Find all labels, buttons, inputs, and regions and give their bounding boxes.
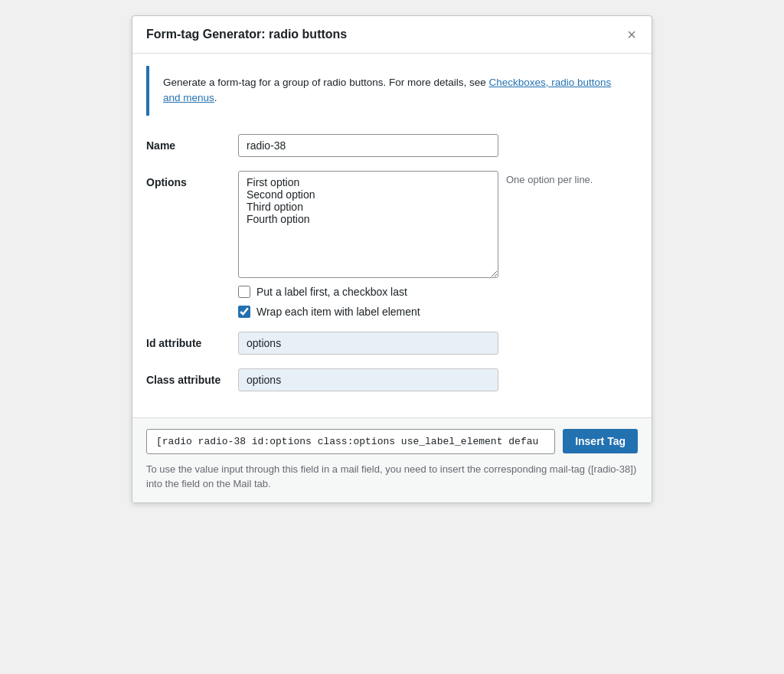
checkbox-row-2: Wrap each item with label element xyxy=(238,306,638,318)
options-label: Options xyxy=(146,171,238,188)
class-attr-input[interactable] xyxy=(238,368,498,391)
modal-dialog: Form-tag Generator: radio buttons × Gene… xyxy=(132,15,652,503)
name-input[interactable] xyxy=(238,134,498,157)
info-text: Generate a form-tag for a group of radio… xyxy=(163,77,488,88)
id-attr-label: Id attribute xyxy=(146,332,238,349)
name-label: Name xyxy=(146,134,238,152)
options-textarea-wrap: First option Second option Third option … xyxy=(238,171,638,278)
checkbox-label-first[interactable] xyxy=(238,286,250,298)
tag-output-input[interactable] xyxy=(146,429,555,454)
form-section: Name Options First option Second option … xyxy=(132,128,652,417)
options-textarea[interactable]: First option Second option Third option … xyxy=(238,171,498,278)
modal-footer: Insert Tag To use the value input throug… xyxy=(132,417,652,502)
id-attr-row: Id attribute xyxy=(146,332,638,355)
class-attr-row: Class attribute xyxy=(146,368,638,391)
modal-header: Form-tag Generator: radio buttons × xyxy=(132,16,652,54)
tag-row: Insert Tag xyxy=(146,429,638,454)
name-row: Name xyxy=(146,134,638,157)
info-banner: Generate a form-tag for a group of radio… xyxy=(146,66,638,116)
options-control-wrap: First option Second option Third option … xyxy=(238,171,638,318)
checkbox-label-1[interactable]: Put a label first, a checkbox last xyxy=(256,286,407,298)
name-control-wrap xyxy=(238,134,638,157)
class-attr-control-wrap xyxy=(238,368,638,391)
options-hint: One option per line. xyxy=(506,171,593,185)
modal-title: Form-tag Generator: radio buttons xyxy=(146,28,347,41)
modal-body: Generate a form-tag for a group of radio… xyxy=(132,66,652,417)
insert-tag-button[interactable]: Insert Tag xyxy=(563,429,638,453)
class-attr-label: Class attribute xyxy=(146,368,238,386)
info-link-suffix: . xyxy=(214,92,217,103)
checkbox-row-1: Put a label first, a checkbox last xyxy=(238,286,638,298)
checkbox-wrap-each[interactable] xyxy=(238,306,250,318)
close-button[interactable]: × xyxy=(626,27,638,42)
id-attr-control-wrap xyxy=(238,332,638,355)
options-row: Options First option Second option Third… xyxy=(146,171,638,318)
checkbox-label-2[interactable]: Wrap each item with label element xyxy=(256,306,420,318)
checkboxes-wrap: Put a label first, a checkbox last Wrap … xyxy=(238,286,638,318)
footer-note: To use the value input through this fiel… xyxy=(146,462,638,492)
id-attr-input[interactable] xyxy=(238,332,498,355)
